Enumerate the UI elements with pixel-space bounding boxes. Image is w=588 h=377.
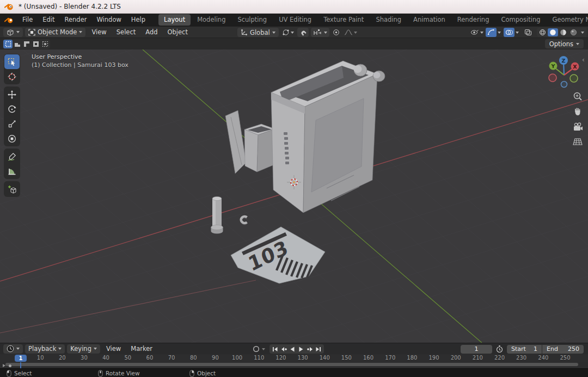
menu-window[interactable]: Window [91,14,126,26]
select-mode-set-button[interactable] [3,40,13,48]
gizmo-dropdown[interactable] [498,32,501,34]
mode-selector[interactable]: Object Mode [25,28,85,37]
perspective-toggle-button[interactable] [572,137,584,147]
pan-view-button[interactable] [572,106,584,117]
ruler-tick[interactable]: 110 [251,355,267,361]
keying-menu[interactable]: Keying [67,344,100,354]
menu-help[interactable]: Help [126,14,150,26]
gizmo-neg-z-axis[interactable] [561,82,567,88]
ruler-tick[interactable]: 240 [535,355,552,361]
menu-edit[interactable]: Edit [38,14,59,26]
viewport-canvas[interactable]: 103 [0,50,588,343]
play-reverse-button[interactable] [288,345,297,353]
tab-compositing[interactable]: Compositing [495,14,546,26]
prev-keyframe-button[interactable] [279,345,288,353]
ruler-tick[interactable]: 250 [557,355,573,361]
menu-object[interactable]: Object [163,27,193,38]
ruler-tick[interactable]: 170 [382,355,399,361]
timeline-editor-type-button[interactable] [3,344,23,354]
current-frame-field[interactable]: 1 [461,345,492,354]
tool-move[interactable] [4,87,20,102]
model-pin[interactable] [211,196,223,233]
ruler-tick[interactable]: 130 [295,355,311,361]
ruler-tick[interactable]: 200 [448,355,464,361]
options-button[interactable]: Options [545,39,584,48]
tool-transform[interactable] [4,131,20,146]
timeline-scrollbar[interactable] [5,363,578,366]
frame-start-field[interactable]: Start 1 [507,345,542,354]
auto-keying-toggle[interactable] [250,344,262,354]
snap-settings-dropdown[interactable] [311,28,329,37]
overlays-dropdown[interactable] [516,32,519,34]
shading-rendered-button[interactable] [568,28,579,36]
select-mode-intersect-button[interactable] [40,40,50,48]
next-keyframe-button[interactable] [305,345,314,353]
sidebar-collapse-arrow[interactable]: ‹ [582,56,585,64]
zoom-view-button[interactable] [572,91,584,102]
shading-dropdown[interactable] [581,32,584,34]
ruler-tick[interactable]: 30 [76,355,92,361]
model-small-box[interactable] [225,110,275,174]
jump-to-start-button[interactable] [271,345,279,353]
tool-add-cube[interactable] [4,182,20,196]
channel-expand-arrow[interactable] [3,364,5,367]
stopwatch-icon[interactable] [495,345,504,353]
frame-end-field[interactable]: End 250 [542,345,584,354]
menu-add[interactable]: Add [140,27,162,38]
model-plate-103[interactable]: 103 [231,227,325,283]
ruler-tick[interactable]: 20 [54,355,70,361]
ruler-tick[interactable]: 180 [404,355,420,361]
ruler-tick[interactable]: 150 [338,355,354,361]
snap-toggle[interactable] [297,28,309,37]
ruler-tick[interactable]: 230 [513,355,530,361]
show-gizmo-toggle[interactable] [486,28,497,37]
ruler-tick[interactable]: 40 [98,355,114,361]
ruler-tick[interactable]: 220 [492,355,508,361]
menu-view[interactable]: View [87,27,111,38]
ruler-tick[interactable]: 10 [32,355,48,361]
ruler-tick[interactable]: 80 [185,355,201,361]
playback-menu[interactable]: Playback [25,344,65,354]
viewport-3d[interactable]: 103 [0,50,588,343]
gizmo-neg-x-axis[interactable] [549,74,556,82]
menu-file[interactable]: File [17,14,38,26]
editor-type-button[interactable] [3,28,23,37]
timeline-ruler[interactable]: 1 10203040506070809010011012013014015016… [0,354,588,362]
tool-scale[interactable] [4,116,20,131]
tab-layout[interactable]: Layout [158,14,191,26]
ruler-tick[interactable]: 100 [229,355,246,361]
camera-view-button[interactable] [572,121,584,132]
proportional-falloff-dropdown[interactable] [342,28,359,37]
menu-render[interactable]: Render [60,14,92,26]
tab-sculpting[interactable]: Sculpting [232,14,272,26]
ruler-tick[interactable]: 60 [142,355,158,361]
ruler-tick[interactable]: 70 [163,355,180,361]
tab-geometry-nodes[interactable]: Geometry Nodes [547,14,588,26]
shading-material-button[interactable] [558,28,568,36]
tab-shading[interactable]: Shading [370,14,407,26]
ruler-tick[interactable]: 120 [273,355,289,361]
ruler-tick[interactable]: 190 [426,355,442,361]
xray-toggle[interactable] [523,28,534,37]
select-mode-extend-button[interactable] [13,40,22,48]
tab-rendering[interactable]: Rendering [452,14,495,26]
playhead-line[interactable] [20,362,21,368]
ruler-tick[interactable]: 140 [316,355,333,361]
tool-cursor[interactable] [4,69,20,84]
select-mode-invert-button[interactable] [31,40,40,48]
tool-measure[interactable] [4,164,20,178]
tool-select-box[interactable] [4,54,20,69]
tab-animation[interactable]: Animation [408,14,451,26]
timeline-view-menu[interactable]: View [101,343,126,355]
tab-texture-paint[interactable]: Texture Paint [318,14,369,26]
select-mode-subtract-button[interactable] [22,40,31,48]
shading-wireframe-button[interactable] [537,28,548,36]
tool-rotate[interactable] [4,102,20,116]
menu-select[interactable]: Select [112,27,140,38]
auto-keying-dropdown[interactable] [262,348,265,350]
transform-orientation-dropdown[interactable]: Global [237,28,279,37]
show-overlays-toggle[interactable] [504,28,514,37]
pivot-point-dropdown[interactable] [280,28,296,37]
ruler-tick[interactable]: 160 [360,355,377,361]
navigation-gizmo[interactable]: Z Y X [546,54,583,91]
